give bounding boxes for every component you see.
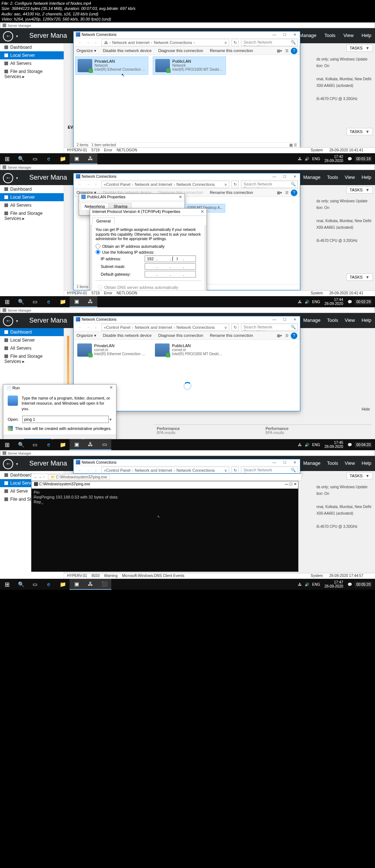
search-input[interactable]: Search Network Connections — [241, 39, 298, 46]
taskbar: 🔍 ▭ e 📁 ▣ 🖧 🖧 🔊 ENG 17:4228-09-2020 💬 00… — [0, 153, 375, 164]
ipv4-title[interactable]: Internet Protocol Version 4 (TCP/IPv4) P… — [90, 209, 207, 216]
menu-manage[interactable]: Manage — [303, 174, 320, 180]
adapter-privatelan[interactable]: PrivateLAN Network Intel(R) Ethernet Con… — [75, 56, 148, 75]
side-all-servers[interactable]: All Servers — [0, 344, 64, 352]
nav-back[interactable]: ← — [76, 40, 84, 45]
hide-button[interactable]: Hide — [359, 406, 372, 412]
view-details[interactable]: ☰ — [283, 49, 290, 55]
back-button[interactable] — [3, 173, 13, 183]
side-dashboard[interactable]: Dashboard — [0, 328, 64, 336]
tasks-dropdown-2[interactable]: TASKS▼ — [346, 128, 373, 135]
back-button[interactable] — [3, 316, 13, 326]
tb-servermanager[interactable]: ▣ — [70, 153, 83, 164]
subnet-mask-field[interactable]: . . . — [145, 263, 196, 270]
menu-view[interactable]: View — [345, 174, 355, 180]
run-input[interactable] — [22, 416, 109, 423]
breadcrumb[interactable]: « Control Panel›Network and Internet›Net… — [101, 181, 230, 188]
tasks-dropdown[interactable]: TASKS▼ — [346, 186, 373, 194]
menu-tools[interactable]: Tools — [327, 174, 338, 180]
min-button[interactable]: — — [285, 482, 288, 486]
close-icon[interactable]: ✕ — [199, 209, 205, 215]
adapter-publiclan[interactable]: PublicLANcornet.inIntel(R) PRO/1000 MT D… — [153, 341, 226, 359]
sm-sidebar: Dashboard Local Server All Servers File … — [0, 43, 64, 164]
tool-rename[interactable]: Rename this connection — [210, 48, 253, 53]
close-button[interactable]: ✕ — [290, 32, 300, 38]
dlg-title[interactable]: PublicLAN Properties✕ — [79, 194, 185, 201]
run-titlebar[interactable]: 📄 Run✕ — [3, 385, 116, 392]
tb-run[interactable]: ▭ — [97, 439, 111, 450]
tb-netconn[interactable]: 🖧 — [83, 153, 97, 164]
radio-use-ip[interactable]: Use the following IP address: — [96, 250, 201, 254]
shield-text: This task will be created with administr… — [15, 426, 112, 431]
menu-view[interactable]: View — [344, 33, 354, 38]
side-fss[interactable]: File and Storage Services ▸ — [0, 67, 64, 81]
tb-cmd[interactable]: ⬛ — [97, 579, 111, 590]
dropdown-icon[interactable]: ▾ — [109, 417, 112, 422]
tasks-dropdown[interactable]: TASKS▼ — [346, 44, 373, 52]
tray-notif-icon[interactable]: 💬 — [348, 157, 352, 161]
tasks-dropdown-2[interactable]: TASKS▼ — [346, 273, 373, 281]
menu-manage[interactable]: Manage — [299, 33, 316, 38]
tb-taskview[interactable]: ▭ — [28, 153, 42, 164]
min-button[interactable]: — — [269, 32, 279, 38]
tb-search[interactable]: 🔍 — [14, 153, 28, 164]
cmd-titlebar[interactable]: ⬛ C:\Windows\system32\ping.exe — ☐ ✕ — [31, 481, 298, 489]
refresh-button[interactable]: ↻ — [231, 39, 239, 46]
tray-net-icon[interactable]: 🖧 — [298, 157, 302, 161]
side-dashboard[interactable]: Dashboard — [0, 43, 64, 51]
side-all-servers[interactable]: All Servers — [0, 59, 64, 67]
sm-window-title: Server Manager — [0, 307, 375, 313]
perf-label: Performance — [157, 426, 260, 431]
tray-vol-icon[interactable]: 🔊 — [305, 157, 309, 161]
menu-help[interactable]: Help — [361, 174, 371, 180]
nc-toolbar: Organize ▾ Disable this network device D… — [74, 46, 300, 55]
menu-tools[interactable]: Tools — [324, 33, 335, 38]
tool-disable[interactable]: Disable this network device — [103, 48, 152, 53]
nav-fwd[interactable]: → — [84, 40, 93, 45]
nav-up[interactable]: ↑ — [93, 40, 99, 45]
cmd-path-bar: ← → ↑ 📁 C:\Windows\system32\ping.exe — [31, 474, 302, 481]
adapter-privatelan[interactable]: PrivateLANcornet.inIntel(R) Ethernet Con… — [75, 341, 148, 359]
cmd-window: ⬛ C:\Windows\system32\ping.exe — ☐ ✕ Pin… — [31, 481, 298, 572]
close-icon[interactable]: ✕ — [107, 385, 115, 391]
side-dashboard[interactable]: Dashboard — [0, 185, 64, 193]
close-button[interactable]: ✕ — [294, 482, 297, 486]
menu-help[interactable]: Help — [361, 33, 371, 38]
start-button[interactable] — [0, 153, 14, 164]
tray-lang[interactable]: ENG — [312, 157, 320, 161]
tray-clock[interactable]: 17:4228-09-2020 — [324, 155, 343, 163]
event-footer: HYPERV-015719ErrorNETLOGON System 28-09-… — [64, 290, 375, 296]
adapter-icon — [155, 59, 170, 72]
side-local-server[interactable]: Local Server — [0, 51, 64, 59]
max-button[interactable]: ☐ — [289, 482, 293, 486]
side-local-server[interactable]: Local Server — [0, 193, 64, 201]
side-local-server[interactable]: Local Server — [0, 336, 64, 344]
back-button[interactable] — [3, 31, 13, 41]
side-fss[interactable]: File and Storage Services ▸ — [0, 209, 64, 222]
nc-titlebar[interactable]: Network Connections —☐✕ — [74, 32, 300, 38]
start-button[interactable] — [0, 296, 14, 307]
network-icon — [76, 32, 80, 37]
tasks-dropdown[interactable]: TASKS▼ — [346, 472, 373, 479]
tool-organize[interactable]: Organize ▾ — [77, 48, 96, 53]
tb-ie[interactable]: e — [42, 153, 56, 164]
radio-obtain-ip[interactable]: Obtain an IP address automatically — [96, 244, 201, 249]
side-fss[interactable]: File and Storage Services ▸ — [0, 352, 64, 365]
sm-title: Server Mana — [29, 32, 67, 40]
subnet-label: Subnet mask: — [101, 264, 145, 269]
nc-nav: ←→↑ 🖧› Network and Internet› Network Con… — [74, 38, 300, 46]
tool-diagnose[interactable]: Diagnose this connection — [158, 48, 203, 53]
vid-size: Size: 36844123 bytes (35.14 MiB), durati… — [1, 6, 374, 11]
view-icons[interactable]: ▦▾ — [276, 49, 283, 55]
breadcrumb[interactable]: 🖧› Network and Internet› Network Connect… — [101, 39, 230, 46]
help-button[interactable]: ? — [291, 48, 297, 54]
adapter-publiclan[interactable]: PublicLAN Network Intel(R) PRO/1000 MT D… — [153, 56, 226, 75]
side-all-servers[interactable]: All Servers — [0, 201, 64, 209]
gateway-field[interactable]: . . . — [145, 271, 196, 277]
close-icon[interactable]: ✕ — [177, 195, 183, 201]
ip-address-field[interactable]: 192. . I. — [145, 255, 196, 262]
run-desc: Type the name of a program, folder, docu… — [22, 396, 112, 411]
tab-general[interactable]: General — [92, 217, 115, 225]
tb-explorer[interactable]: 📁 — [56, 153, 70, 164]
max-button[interactable]: ☐ — [279, 32, 290, 38]
